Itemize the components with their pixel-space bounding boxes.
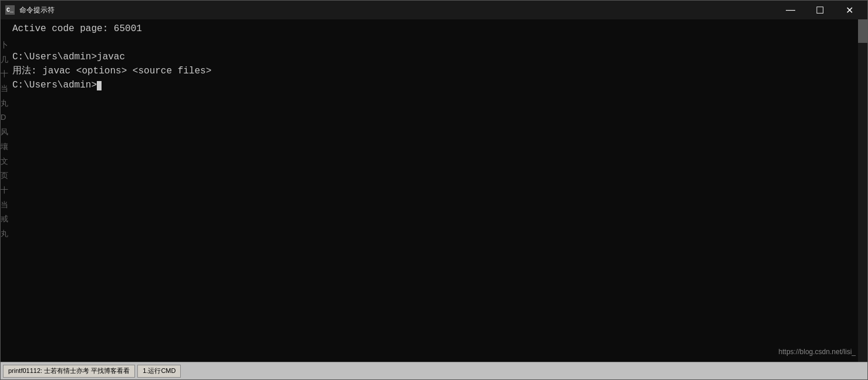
prompt-text: C:\Users\admin> (12, 80, 97, 90)
maximize-button[interactable]: ☐ (806, 1, 833, 19)
cmd-window: C_ 命令提示符 — ☐ ✕ 卜 几 十 当 丸 D 风 壤 文 页 十 当 戒… (0, 0, 868, 380)
title-bar-left: C_ 命令提示符 (5, 5, 55, 15)
window-controls: — ☐ ✕ (777, 1, 863, 19)
terminal-line-2 (12, 36, 863, 50)
watermark: https://blog.csdn.net/lisi_ (779, 347, 856, 357)
window-title: 命令提示符 (19, 5, 55, 15)
bottom-item-2: 1.运行CMD (137, 365, 181, 378)
terminal-line-3: C:\Users\admin>javac (12, 50, 863, 64)
terminal-line-1: Active code page: 65001 (12, 22, 863, 36)
terminal-line-5: C:\Users\admin> (12, 78, 863, 92)
sidebar-chars: 卜 几 十 当 丸 D 风 壤 文 页 十 当 戒 丸 (1, 38, 8, 241)
scrollbar-thumb[interactable] (858, 19, 867, 43)
bottom-item-1: printf01112: 士若有情士亦考 平找博客看看 (3, 365, 135, 378)
terminal-line-4: 用法: javac <options> <source files> (12, 64, 863, 78)
terminal-content: Active code page: 65001 C:\Users\admin>j… (12, 22, 863, 92)
minimize-button[interactable]: — (777, 1, 804, 19)
cmd-icon: C_ (5, 5, 15, 15)
cursor (97, 81, 102, 90)
close-button[interactable]: ✕ (836, 1, 863, 19)
scrollbar[interactable] (858, 19, 867, 362)
terminal-body[interactable]: 卜 几 十 当 丸 D 风 壤 文 页 十 当 戒 丸 Active code … (1, 19, 867, 362)
title-bar: C_ 命令提示符 — ☐ ✕ (1, 1, 867, 19)
bottom-bar: printf01112: 士若有情士亦考 平找博客看看 1.运行CMD (1, 362, 867, 379)
scrollbar-track (858, 19, 867, 362)
cmd-icon-text: C_ (6, 7, 13, 14)
